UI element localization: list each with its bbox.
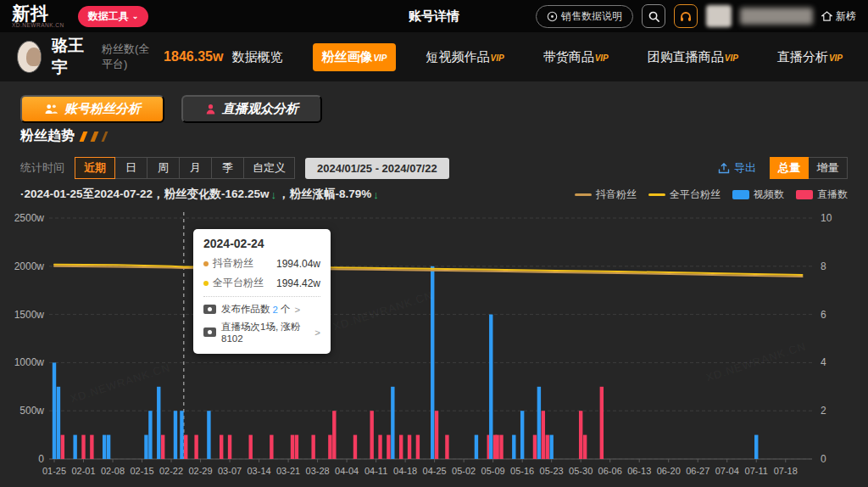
- date-range-picker[interactable]: 2024/01/25 - 2024/07/22: [305, 158, 449, 179]
- live-bar: [184, 435, 187, 459]
- logo-subtitle: XD.NEWRANK.CN: [12, 23, 64, 29]
- live-bar: [579, 411, 582, 459]
- search-button[interactable]: [642, 4, 665, 28]
- vip-badge: VIP: [373, 53, 387, 63]
- x-tick: 05-16: [510, 466, 534, 476]
- tab-live-audience-analysis[interactable]: 直播观众分析: [181, 95, 322, 123]
- legend-item[interactable]: 全平台粉丝: [648, 188, 721, 202]
- video-bar: [207, 411, 210, 459]
- account-tab[interactable]: 粉丝画像VIP: [313, 43, 395, 71]
- live-bar: [546, 435, 549, 459]
- info-circle-icon: [547, 11, 558, 22]
- video-bar: [73, 435, 76, 459]
- summary-period: ·2024-01-25至2024-07-22，: [20, 187, 164, 202]
- segment-近期[interactable]: 近期: [75, 157, 115, 179]
- logo[interactable]: 新抖 XD.NEWRANK.CN: [12, 4, 64, 29]
- user-avatar[interactable]: [706, 5, 732, 27]
- video-bar: [157, 387, 160, 459]
- person-icon: [205, 104, 216, 115]
- y-left-tick: 2500w: [14, 212, 45, 224]
- account-tab[interactable]: 数据概览: [223, 43, 291, 71]
- live-bar: [90, 435, 93, 459]
- summary-rate: 粉丝涨幅-8.79%: [289, 187, 371, 202]
- x-tick: 03-28: [306, 466, 330, 476]
- account-tab[interactable]: 短视频作品VIP: [418, 43, 513, 71]
- headset-button[interactable]: [674, 4, 698, 28]
- legend-item[interactable]: 直播数: [796, 188, 848, 202]
- works-count: 2: [273, 305, 278, 315]
- tooltip-works-link[interactable]: 发布作品数 2 个 >: [203, 303, 320, 316]
- export-icon: [718, 163, 730, 174]
- newrank-label: 新榜: [836, 9, 856, 24]
- chart-legend: 抖音粉丝全平台粉丝视频数直播数: [575, 188, 848, 202]
- live-bar: [161, 435, 164, 459]
- video-bar: [431, 266, 434, 459]
- live-bar: [328, 435, 331, 459]
- live-bar: [249, 435, 253, 459]
- account-tab[interactable]: 带货商品VIP: [535, 43, 617, 71]
- data-tools-button[interactable]: 数据工具 ⌄: [78, 6, 149, 27]
- segment-季[interactable]: 季: [212, 157, 244, 179]
- live-bar: [387, 435, 390, 459]
- headset-icon: [679, 10, 693, 23]
- live-bar: [600, 387, 604, 459]
- live-bar: [416, 435, 420, 459]
- y-left-tick: 1500w: [14, 309, 45, 321]
- home-icon: [821, 11, 832, 21]
- segment-日[interactable]: 日: [115, 157, 147, 179]
- live-bar: [542, 411, 545, 459]
- account-tab[interactable]: 直播分析VIP: [769, 43, 851, 71]
- tooltip-live-link[interactable]: 直播场次1场, 涨粉8102 >: [203, 321, 320, 344]
- x-tick: 05-30: [569, 466, 593, 476]
- live-bar: [220, 435, 223, 459]
- sales-info-button[interactable]: 销售数据说明: [536, 5, 633, 28]
- x-tick: 07-11: [745, 466, 768, 476]
- total-increment-toggle: 总量 增量: [770, 157, 848, 179]
- logo-title: 新抖: [12, 4, 64, 22]
- tab-account-fan-analysis-label: 账号粉丝分析: [64, 101, 141, 117]
- people-icon: [44, 104, 58, 115]
- y-right-tick: 2: [821, 405, 826, 417]
- works-unit: 个: [281, 303, 291, 316]
- tab-account-fan-analysis[interactable]: 账号粉丝分析: [20, 95, 164, 123]
- newrank-link[interactable]: 新榜: [821, 9, 856, 24]
- page-root: 新抖 XD.NEWRANK.CN 数据工具 ⌄ 账号详情 销售数据说明: [0, 0, 868, 487]
- tooltip-row-douyin: 抖音粉丝 1994.04w: [203, 256, 320, 271]
- video-bar: [754, 435, 758, 459]
- legend-label: 全平台粉丝: [670, 188, 721, 202]
- legend-label: 视频数: [754, 188, 784, 202]
- chart-canvas[interactable]: 2500w102000w81500w61000w4500w20001-2502-…: [0, 207, 868, 487]
- x-tick: 06-27: [686, 466, 709, 476]
- x-tick: 02-15: [130, 466, 153, 476]
- live-bar: [270, 435, 273, 459]
- live-bar: [533, 435, 537, 459]
- y-right-tick: 6: [821, 309, 826, 321]
- toggle-increment[interactable]: 增量: [809, 157, 848, 179]
- summary-change: 粉丝变化数-162.25w: [164, 187, 270, 202]
- video-bar: [520, 411, 524, 459]
- legend-swatch: [648, 193, 665, 196]
- time-range-segments: 近期日周月季自定义: [75, 157, 295, 179]
- export-button[interactable]: 导出: [718, 160, 756, 176]
- legend-item[interactable]: 抖音粉丝: [575, 188, 637, 202]
- video-bar: [180, 411, 183, 459]
- segment-自定义[interactable]: 自定义: [244, 157, 295, 179]
- segment-周[interactable]: 周: [147, 157, 180, 179]
- section-title-row: 粉丝趋势: [20, 127, 106, 145]
- live-bar: [408, 435, 411, 459]
- video-bar: [174, 411, 177, 459]
- y-right-tick: 4: [821, 356, 826, 368]
- legend-label: 直播数: [817, 188, 848, 202]
- video-bar: [107, 435, 110, 459]
- legend-item[interactable]: 视频数: [732, 188, 784, 202]
- toggle-total[interactable]: 总量: [770, 157, 809, 179]
- live-bar: [378, 435, 381, 459]
- segment-月[interactable]: 月: [180, 157, 212, 179]
- video-bar: [57, 387, 60, 459]
- fans-count-label: 粉丝数(全平台): [102, 42, 157, 72]
- live-bar: [295, 435, 298, 459]
- x-tick: 03-14: [247, 466, 270, 476]
- y-right-tick: 10: [821, 212, 832, 224]
- fan-trend-chart: 2500w102000w81500w61000w4500w20001-2502-…: [0, 207, 868, 487]
- account-tab[interactable]: 团购直播商品VIP: [639, 43, 747, 71]
